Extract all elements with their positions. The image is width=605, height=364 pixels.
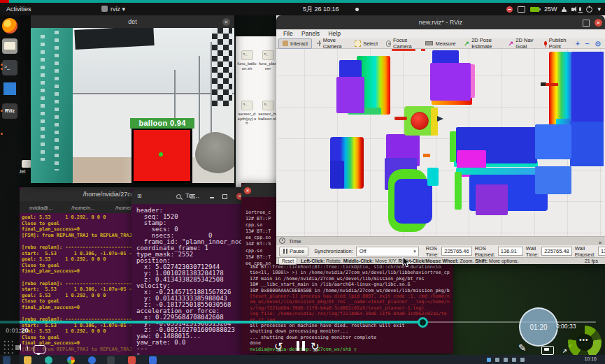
dock-firefox-icon[interactable] bbox=[2, 18, 17, 34]
terminal-output: goal: 5.53 1 0.292, 0 0 0Close to goalfi… bbox=[22, 214, 138, 353]
file-item[interactable]: >_ func_balloon.sh bbox=[237, 50, 257, 71]
ros-elapsed-field[interactable]: 136.91 bbox=[498, 247, 523, 256]
pause-button[interactable]: Pause bbox=[279, 247, 308, 256]
display-icon bbox=[518, 6, 525, 13]
focused-app-menu[interactable]: rviz ▾ bbox=[101, 3, 125, 15]
det-title: det bbox=[128, 18, 137, 25]
dock-files-icon[interactable] bbox=[2, 38, 17, 54]
tray-icon[interactable] bbox=[487, 358, 491, 362]
file-item[interactable]: >_ sensor_depth(py).sh bbox=[237, 101, 257, 126]
rviz-window: new.rviz* - RViz ✕ File Panels Help Inte… bbox=[276, 15, 605, 264]
tray-icon[interactable] bbox=[504, 358, 508, 362]
rviz-3d-view[interactable] bbox=[278, 49, 604, 238]
taskbar-folder-icon[interactable] bbox=[24, 356, 31, 364]
running-indicator-dot bbox=[1, 64, 3, 66]
annotate-pencil-icon[interactable]: ✎ bbox=[518, 342, 527, 354]
taskbar-app-icon[interactable] bbox=[88, 356, 96, 364]
gnome-top-bar: Activities rviz ▾ 5月 26 10:16 25W ▾ bbox=[0, 3, 605, 15]
tool-focus-camera[interactable]: Focus Camera bbox=[383, 39, 420, 48]
maximize-icon[interactable] bbox=[583, 20, 590, 27]
skip-forward-button[interactable]: ↻30 bbox=[311, 341, 320, 351]
wall-time-field[interactable]: 225765.48 bbox=[541, 247, 571, 256]
maximize-icon[interactable] bbox=[222, 194, 227, 199]
taskbar-app-icon[interactable] bbox=[128, 356, 136, 364]
tool-measure[interactable]: Measure bbox=[422, 39, 459, 48]
wall-time-label: Wall Time: bbox=[526, 245, 539, 258]
close-icon[interactable]: ✕ bbox=[244, 187, 251, 194]
activities-button[interactable]: Activities bbox=[6, 3, 31, 15]
notification-dot bbox=[355, 8, 359, 11]
dock-rviz-icon[interactable]: RViz bbox=[2, 103, 17, 119]
clock[interactable]: 5月 26 10:16 bbox=[303, 3, 339, 15]
reset-button[interactable]: Reset bbox=[278, 257, 297, 265]
ros-elapsed-label: ROS Elapsed: bbox=[475, 245, 495, 258]
pause-icon bbox=[283, 249, 287, 254]
ros-time-field[interactable]: 225765.46 bbox=[441, 247, 471, 256]
speaker-icon bbox=[571, 8, 574, 11]
voxel-map bbox=[278, 49, 604, 238]
camera-checker-column bbox=[212, 28, 232, 106]
tool-select[interactable]: Select bbox=[351, 39, 381, 48]
tool-move-camera[interactable]: Move Camera bbox=[313, 39, 350, 48]
window-icon: ⊞ bbox=[137, 193, 142, 200]
drone-marker bbox=[394, 106, 443, 136]
wall-elapsed-label: Wall Elapsed: bbox=[575, 245, 595, 258]
detection-label: balloon 0.94 bbox=[130, 118, 194, 129]
taskbar-app-icon[interactable] bbox=[107, 356, 115, 364]
timeline-progress[interactable] bbox=[0, 321, 418, 323]
tray-icon[interactable] bbox=[495, 358, 499, 362]
magenta-arrow-icon: ↗ bbox=[508, 41, 514, 47]
zoom-reset-button[interactable]: ⊙ bbox=[595, 40, 601, 48]
dock-vscode-icon[interactable] bbox=[2, 81, 17, 96]
measure-icon bbox=[425, 41, 433, 45]
close-icon[interactable]: ✕ bbox=[595, 19, 602, 27]
dock-terminal-icon[interactable]: >_ bbox=[2, 60, 17, 75]
power-watts: 25W bbox=[544, 3, 557, 15]
running-indicator-dot bbox=[1, 68, 3, 70]
camera-feed: balloon 0.94 bbox=[31, 28, 234, 183]
tool-2d-nav-goal[interactable]: ↗ 2D Nav Goal bbox=[505, 39, 539, 48]
menu-icon[interactable] bbox=[190, 194, 195, 198]
skip-back-button[interactable]: ↺10 bbox=[274, 341, 283, 351]
terminal-tab[interactable]: /home/n... bbox=[71, 205, 94, 211]
zoom-in-button[interactable]: + bbox=[576, 40, 580, 48]
time-bubble[interactable]: 01:20 bbox=[519, 307, 558, 347]
search-icon[interactable] bbox=[176, 194, 181, 199]
desktop-file-icon[interactable] bbox=[22, 160, 31, 168]
chat-icon[interactable] bbox=[34, 345, 45, 354]
taskbar-app-icon[interactable] bbox=[45, 356, 52, 364]
file-item[interactable]: >_ func_planner bbox=[258, 50, 278, 71]
tray-icon[interactable] bbox=[512, 358, 516, 362]
sync-dropdown[interactable]: Off bbox=[356, 247, 419, 256]
rviz-titlebar[interactable]: new.rviz* - RViz bbox=[276, 15, 605, 29]
taskbar-app-icon[interactable] bbox=[149, 356, 157, 364]
time-panel-header: Time ✕ bbox=[276, 236, 605, 246]
taskbar-browser-icon[interactable] bbox=[67, 356, 75, 364]
minimize-icon[interactable] bbox=[210, 197, 214, 198]
camera-banner bbox=[31, 28, 73, 183]
screenshot-icon[interactable] bbox=[541, 346, 554, 355]
file-manager-window: >_ func_balloon.sh >_ func_planner >_ se… bbox=[236, 36, 278, 204]
microphone-icon bbox=[579, 7, 581, 11]
tool-publish-point[interactable]: Publish Point bbox=[541, 39, 574, 48]
pause-button[interactable] bbox=[297, 341, 305, 351]
det-titlebar[interactable]: det bbox=[31, 15, 234, 28]
terminal-titlebar[interactable]: ⊞ Ter... ✕ bbox=[131, 189, 253, 204]
tool-interact[interactable]: Interact bbox=[278, 38, 312, 49]
close-icon[interactable]: ✕ bbox=[222, 18, 230, 26]
terminal-output-fragment: iortree_c12# BT::Pcpp.so13# BT::Tee_cpp.… bbox=[245, 210, 271, 267]
terminal-tab[interactable]: nvidia@... bbox=[29, 205, 52, 211]
file-item[interactable]: >_ sensor_hitballoon.sh bbox=[258, 101, 278, 121]
power-icon bbox=[586, 6, 592, 13]
zoom-out-button[interactable]: − bbox=[585, 40, 590, 48]
tray-icon[interactable] bbox=[520, 358, 525, 362]
menu-file[interactable]: File bbox=[283, 29, 293, 38]
more-options-icon[interactable]: ••• bbox=[579, 336, 589, 344]
menu-panels[interactable]: Panels bbox=[301, 29, 320, 38]
system-tray[interactable]: 25W ▾ bbox=[506, 3, 601, 15]
timeline-scrubber-handle[interactable] bbox=[418, 317, 428, 328]
battery-icon bbox=[530, 7, 539, 12]
wall-elapsed-field[interactable]: 136.89 bbox=[598, 247, 605, 256]
tool-2d-pose-estimate[interactable]: ↗ 2D Pose Estimate bbox=[461, 39, 504, 48]
host-clock: 10:16 bbox=[584, 356, 597, 361]
